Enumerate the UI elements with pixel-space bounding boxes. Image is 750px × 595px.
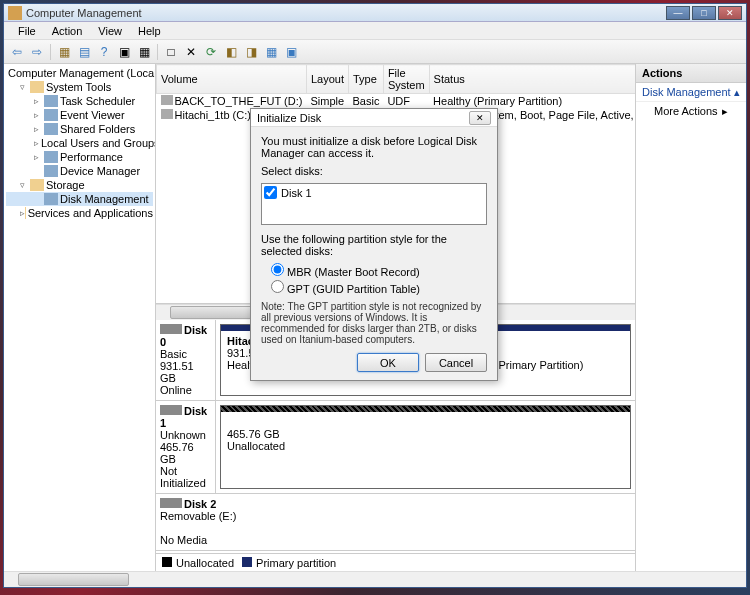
tree-root[interactable]: Computer Management (Local bbox=[6, 66, 153, 80]
tool-icon[interactable]: ⟳ bbox=[202, 43, 220, 61]
col-type[interactable]: Type bbox=[348, 65, 383, 94]
disk-select-list[interactable]: Disk 1 bbox=[261, 183, 487, 225]
tool-icon[interactable]: ▣ bbox=[115, 43, 133, 61]
chevron-up-icon: ▴ bbox=[734, 86, 740, 99]
tree-scrollbar[interactable] bbox=[4, 571, 746, 587]
disk-checkbox-item[interactable]: Disk 1 bbox=[264, 186, 484, 199]
tree-task-scheduler[interactable]: ▹Task Scheduler bbox=[6, 94, 153, 108]
disk-info[interactable]: Disk 1 Unknown 465.76 GB Not Initialized bbox=[156, 401, 216, 493]
tool-icon[interactable]: ◧ bbox=[222, 43, 240, 61]
app-icon bbox=[8, 6, 22, 20]
volume-icon bbox=[161, 109, 173, 119]
disk-row[interactable]: Disk 1 Unknown 465.76 GB Not Initialized… bbox=[156, 401, 635, 494]
titlebar[interactable]: Computer Management — □ ✕ bbox=[4, 4, 746, 22]
ok-button[interactable]: OK bbox=[357, 353, 419, 372]
tool-icon[interactable]: ▦ bbox=[262, 43, 280, 61]
menu-help[interactable]: Help bbox=[130, 23, 169, 39]
dialog-note: Note: The GPT partition style is not rec… bbox=[261, 301, 487, 345]
actions-more[interactable]: More Actions▸ bbox=[636, 102, 746, 120]
dialog-style-label: Use the following partition style for th… bbox=[261, 233, 487, 257]
disk-icon bbox=[160, 498, 182, 508]
help-icon[interactable]: ? bbox=[95, 43, 113, 61]
legend-swatch-unalloc bbox=[162, 557, 172, 567]
menu-file[interactable]: File bbox=[10, 23, 44, 39]
tree-label: Event Viewer bbox=[60, 109, 125, 121]
actions-pane: Actions Disk Management▴ More Actions▸ bbox=[636, 64, 746, 571]
minimize-button[interactable]: — bbox=[666, 6, 690, 20]
properties-icon[interactable]: ▤ bbox=[75, 43, 93, 61]
tree-label: Services and Applications bbox=[28, 207, 153, 219]
actions-disk-mgmt[interactable]: Disk Management▴ bbox=[636, 83, 746, 102]
tree-label: Task Scheduler bbox=[60, 95, 135, 107]
legend-swatch-primary bbox=[242, 557, 252, 567]
disk-row[interactable]: Disk 2 Removable (E:) No Media bbox=[156, 494, 635, 551]
tree-label: Computer Management (Local bbox=[8, 67, 156, 79]
tree-shared-folders[interactable]: ▹Shared Folders bbox=[6, 122, 153, 136]
partition-unallocated[interactable]: 465.76 GB Unallocated bbox=[220, 405, 631, 489]
maximize-button[interactable]: □ bbox=[692, 6, 716, 20]
tree-pane[interactable]: Computer Management (Local ▿System Tools… bbox=[4, 64, 156, 571]
tree-label: Local Users and Groups bbox=[41, 137, 156, 149]
volume-icon bbox=[161, 95, 173, 105]
tree-device-manager[interactable]: Device Manager bbox=[6, 164, 153, 178]
tool-icon[interactable]: ▣ bbox=[282, 43, 300, 61]
dialog-close-button[interactable]: ✕ bbox=[469, 111, 491, 125]
disk-info[interactable]: Disk 0 Basic 931.51 GB Online bbox=[156, 320, 216, 400]
cancel-button[interactable]: Cancel bbox=[425, 353, 487, 372]
dialog-titlebar[interactable]: Initialize Disk ✕ bbox=[251, 109, 497, 127]
actions-header: Actions bbox=[636, 64, 746, 83]
disk-icon bbox=[160, 405, 182, 415]
tree-disk-management[interactable]: Disk Management bbox=[6, 192, 153, 206]
disk1-checkbox[interactable] bbox=[264, 186, 277, 199]
tree-label: Disk Management bbox=[60, 193, 149, 205]
delete-icon[interactable]: ✕ bbox=[182, 43, 200, 61]
col-fs[interactable]: File System bbox=[383, 65, 429, 94]
tool-icon[interactable]: ▦ bbox=[135, 43, 153, 61]
tree-local-users[interactable]: ▹Local Users and Groups bbox=[6, 136, 153, 150]
tree-label: System Tools bbox=[46, 81, 111, 93]
toolbar: ⇦ ⇨ ▦ ▤ ? ▣ ▦ □ ✕ ⟳ ◧ ◨ ▦ ▣ bbox=[4, 40, 746, 64]
gpt-radio[interactable] bbox=[271, 280, 284, 293]
close-button[interactable]: ✕ bbox=[718, 6, 742, 20]
forward-icon[interactable]: ⇨ bbox=[28, 43, 46, 61]
tree-label: Storage bbox=[46, 179, 85, 191]
tree-event-viewer[interactable]: ▹Event Viewer bbox=[6, 108, 153, 122]
tree-performance[interactable]: ▹Performance bbox=[6, 150, 153, 164]
table-row[interactable]: BACK_TO_THE_FUT (D:) Simple Basic UDF He… bbox=[157, 94, 636, 109]
initialize-disk-dialog: Initialize Disk ✕ You must initialize a … bbox=[250, 108, 498, 381]
disk-info[interactable]: Disk 2 Removable (E:) No Media bbox=[156, 494, 635, 550]
menu-action[interactable]: Action bbox=[44, 23, 91, 39]
tree-label: Performance bbox=[60, 151, 123, 163]
col-volume[interactable]: Volume bbox=[157, 65, 307, 94]
tool-icon[interactable]: ▦ bbox=[55, 43, 73, 61]
col-layout[interactable]: Layout bbox=[306, 65, 348, 94]
dialog-intro: You must initialize a disk before Logica… bbox=[261, 135, 487, 159]
dialog-select-label: Select disks: bbox=[261, 165, 487, 177]
back-icon[interactable]: ⇦ bbox=[8, 43, 26, 61]
mbr-radio[interactable] bbox=[271, 263, 284, 276]
radio-mbr[interactable]: MBR (Master Boot Record) bbox=[271, 263, 487, 278]
tool-icon[interactable]: □ bbox=[162, 43, 180, 61]
menu-view[interactable]: View bbox=[90, 23, 130, 39]
radio-gpt[interactable]: GPT (GUID Partition Table) bbox=[271, 280, 487, 295]
disk-icon bbox=[160, 324, 182, 334]
tool-icon[interactable]: ◨ bbox=[242, 43, 260, 61]
tree-label: Device Manager bbox=[60, 165, 140, 177]
tree-label: Shared Folders bbox=[60, 123, 135, 135]
tree-services-apps[interactable]: ▹Services and Applications bbox=[6, 206, 153, 220]
menubar: File Action View Help bbox=[4, 22, 746, 40]
tree-storage[interactable]: ▿Storage bbox=[6, 178, 153, 192]
col-status[interactable]: Status bbox=[429, 65, 635, 94]
dialog-title: Initialize Disk bbox=[257, 112, 469, 124]
window-title: Computer Management bbox=[26, 7, 666, 19]
legend: Unallocated Primary partition bbox=[156, 553, 635, 571]
chevron-right-icon: ▸ bbox=[722, 105, 728, 118]
tree-system-tools[interactable]: ▿System Tools bbox=[6, 80, 153, 94]
